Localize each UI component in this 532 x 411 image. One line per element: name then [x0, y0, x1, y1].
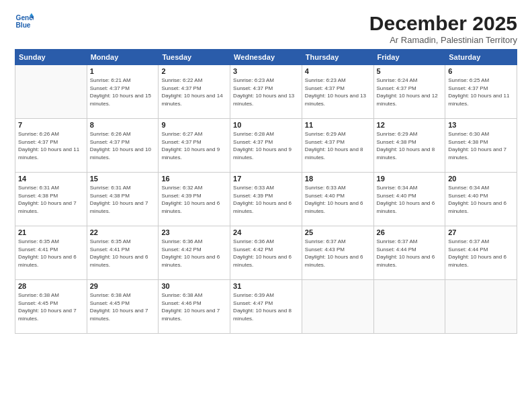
day-cell: 25Sunrise: 6:37 AMSunset: 4:43 PMDayligh…	[302, 226, 373, 280]
week-row-4: 21Sunrise: 6:35 AMSunset: 4:41 PMDayligh…	[15, 226, 517, 280]
day-info: Sunrise: 6:35 AMSunset: 4:41 PMDaylight:…	[18, 238, 84, 269]
day-cell: 24Sunrise: 6:36 AMSunset: 4:42 PMDayligh…	[230, 226, 302, 280]
title-area: December 2025 Ar Ramadin, Palestinian Te…	[369, 12, 517, 45]
day-cell	[373, 280, 445, 334]
day-cell	[302, 280, 373, 334]
day-cell: 17Sunrise: 6:33 AMSunset: 4:39 PMDayligh…	[230, 173, 302, 226]
logo-icon: General Blue	[15, 12, 34, 31]
day-info: Sunrise: 6:22 AMSunset: 4:37 PMDaylight:…	[161, 77, 227, 107]
day-cell: 5Sunrise: 6:24 AMSunset: 4:37 PMDaylight…	[373, 65, 445, 119]
day-number: 30	[161, 282, 227, 290]
day-number: 17	[233, 175, 299, 183]
day-cell: 2Sunrise: 6:22 AMSunset: 4:37 PMDaylight…	[159, 65, 230, 119]
day-info: Sunrise: 6:38 AMSunset: 4:45 PMDaylight:…	[18, 291, 84, 322]
day-info: Sunrise: 6:37 AMSunset: 4:43 PMDaylight:…	[305, 238, 371, 269]
day-cell: 29Sunrise: 6:38 AMSunset: 4:45 PMDayligh…	[87, 280, 159, 334]
day-number: 19	[377, 175, 443, 183]
day-cell: 23Sunrise: 6:36 AMSunset: 4:42 PMDayligh…	[159, 226, 230, 280]
day-cell: 7Sunrise: 6:26 AMSunset: 4:37 PMDaylight…	[15, 119, 87, 173]
day-info: Sunrise: 6:37 AMSunset: 4:44 PMDaylight:…	[448, 238, 514, 269]
day-info: Sunrise: 6:26 AMSunset: 4:37 PMDaylight:…	[90, 130, 156, 161]
page: General Blue December 2025 Ar Ramadin, P…	[0, 0, 532, 411]
day-number: 31	[233, 282, 299, 290]
header-cell-friday: Friday	[373, 50, 445, 65]
day-cell: 15Sunrise: 6:31 AMSunset: 4:38 PMDayligh…	[87, 173, 159, 226]
day-number: 8	[90, 121, 156, 129]
day-cell: 26Sunrise: 6:37 AMSunset: 4:44 PMDayligh…	[373, 226, 445, 280]
day-number: 23	[161, 228, 227, 236]
day-info: Sunrise: 6:26 AMSunset: 4:37 PMDaylight:…	[18, 130, 84, 161]
day-info: Sunrise: 6:23 AMSunset: 4:37 PMDaylight:…	[305, 77, 371, 107]
day-number: 11	[305, 121, 371, 129]
week-row-2: 7Sunrise: 6:26 AMSunset: 4:37 PMDaylight…	[15, 119, 517, 173]
day-info: Sunrise: 6:30 AMSunset: 4:38 PMDaylight:…	[448, 130, 514, 161]
month-title: December 2025	[369, 12, 517, 35]
header-cell-monday: Monday	[87, 50, 159, 65]
day-info: Sunrise: 6:27 AMSunset: 4:37 PMDaylight:…	[161, 130, 227, 161]
day-number: 1	[90, 67, 156, 75]
day-number: 29	[90, 282, 156, 290]
day-info: Sunrise: 6:21 AMSunset: 4:37 PMDaylight:…	[90, 77, 156, 107]
day-cell	[15, 65, 87, 119]
day-number: 25	[305, 228, 371, 236]
header-row: SundayMondayTuesdayWednesdayThursdayFrid…	[15, 50, 517, 65]
subtitle: Ar Ramadin, Palestinian Territory	[369, 35, 517, 45]
day-info: Sunrise: 6:36 AMSunset: 4:42 PMDaylight:…	[161, 238, 227, 269]
day-cell: 28Sunrise: 6:38 AMSunset: 4:45 PMDayligh…	[15, 280, 87, 334]
day-cell: 9Sunrise: 6:27 AMSunset: 4:37 PMDaylight…	[159, 119, 230, 173]
day-cell: 18Sunrise: 6:33 AMSunset: 4:40 PMDayligh…	[302, 173, 373, 226]
day-info: Sunrise: 6:38 AMSunset: 4:45 PMDaylight:…	[90, 291, 156, 322]
day-info: Sunrise: 6:23 AMSunset: 4:37 PMDaylight:…	[233, 77, 299, 107]
day-number: 27	[448, 228, 514, 236]
logo: General Blue	[15, 12, 34, 31]
day-number: 6	[448, 67, 514, 75]
day-info: Sunrise: 6:37 AMSunset: 4:44 PMDaylight:…	[377, 238, 443, 269]
day-info: Sunrise: 6:35 AMSunset: 4:41 PMDaylight:…	[90, 238, 156, 269]
day-number: 15	[90, 175, 156, 183]
day-cell	[445, 280, 517, 334]
day-info: Sunrise: 6:34 AMSunset: 4:40 PMDaylight:…	[377, 184, 443, 215]
week-row-5: 28Sunrise: 6:38 AMSunset: 4:45 PMDayligh…	[15, 280, 517, 334]
day-info: Sunrise: 6:31 AMSunset: 4:38 PMDaylight:…	[90, 184, 156, 215]
day-cell: 14Sunrise: 6:31 AMSunset: 4:38 PMDayligh…	[15, 173, 87, 226]
svg-text:Blue: Blue	[16, 21, 31, 29]
day-info: Sunrise: 6:34 AMSunset: 4:40 PMDaylight:…	[448, 184, 514, 215]
day-cell: 13Sunrise: 6:30 AMSunset: 4:38 PMDayligh…	[445, 119, 517, 173]
day-number: 7	[18, 121, 84, 129]
day-info: Sunrise: 6:24 AMSunset: 4:37 PMDaylight:…	[377, 77, 443, 107]
calendar-table: SundayMondayTuesdayWednesdayThursdayFrid…	[15, 49, 517, 334]
day-info: Sunrise: 6:33 AMSunset: 4:39 PMDaylight:…	[233, 184, 299, 215]
day-number: 2	[161, 67, 227, 75]
day-number: 10	[233, 121, 299, 129]
day-info: Sunrise: 6:29 AMSunset: 4:38 PMDaylight:…	[377, 130, 443, 161]
day-number: 4	[305, 67, 371, 75]
day-info: Sunrise: 6:25 AMSunset: 4:37 PMDaylight:…	[448, 77, 514, 107]
day-cell: 8Sunrise: 6:26 AMSunset: 4:37 PMDaylight…	[87, 119, 159, 173]
header-cell-saturday: Saturday	[445, 50, 517, 65]
day-number: 5	[377, 67, 443, 75]
day-info: Sunrise: 6:32 AMSunset: 4:39 PMDaylight:…	[161, 184, 227, 215]
day-number: 26	[377, 228, 443, 236]
day-info: Sunrise: 6:38 AMSunset: 4:46 PMDaylight:…	[161, 291, 227, 322]
week-row-1: 1Sunrise: 6:21 AMSunset: 4:37 PMDaylight…	[15, 65, 517, 119]
day-cell: 22Sunrise: 6:35 AMSunset: 4:41 PMDayligh…	[87, 226, 159, 280]
day-number: 14	[18, 175, 84, 183]
header-cell-wednesday: Wednesday	[230, 50, 302, 65]
day-cell: 19Sunrise: 6:34 AMSunset: 4:40 PMDayligh…	[373, 173, 445, 226]
day-number: 13	[448, 121, 514, 129]
header: General Blue December 2025 Ar Ramadin, P…	[15, 12, 517, 45]
day-info: Sunrise: 6:39 AMSunset: 4:47 PMDaylight:…	[233, 291, 299, 322]
day-info: Sunrise: 6:28 AMSunset: 4:37 PMDaylight:…	[233, 130, 299, 161]
day-number: 22	[90, 228, 156, 236]
day-cell: 30Sunrise: 6:38 AMSunset: 4:46 PMDayligh…	[159, 280, 230, 334]
day-cell: 16Sunrise: 6:32 AMSunset: 4:39 PMDayligh…	[159, 173, 230, 226]
week-row-3: 14Sunrise: 6:31 AMSunset: 4:38 PMDayligh…	[15, 173, 517, 226]
day-info: Sunrise: 6:33 AMSunset: 4:40 PMDaylight:…	[305, 184, 371, 215]
day-cell: 10Sunrise: 6:28 AMSunset: 4:37 PMDayligh…	[230, 119, 302, 173]
day-cell: 11Sunrise: 6:29 AMSunset: 4:37 PMDayligh…	[302, 119, 373, 173]
day-cell: 1Sunrise: 6:21 AMSunset: 4:37 PMDaylight…	[87, 65, 159, 119]
day-cell: 12Sunrise: 6:29 AMSunset: 4:38 PMDayligh…	[373, 119, 445, 173]
day-info: Sunrise: 6:29 AMSunset: 4:37 PMDaylight:…	[305, 130, 371, 161]
day-number: 16	[161, 175, 227, 183]
day-number: 12	[377, 121, 443, 129]
